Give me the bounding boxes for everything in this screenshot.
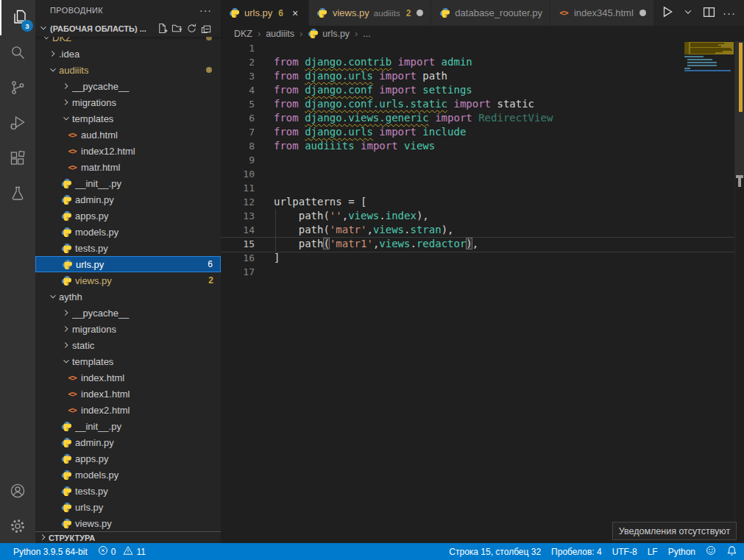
refresh-button[interactable]: [184, 22, 199, 35]
line-number[interactable]: 13: [221, 209, 265, 223]
line-number[interactable]: 8: [221, 139, 265, 153]
line-number[interactable]: 17: [221, 265, 265, 279]
tree-file-urlspy[interactable]: urls.py: [35, 499, 221, 515]
tree-file-index12html[interactable]: <>index12.html: [35, 143, 221, 159]
tree-file-adminpy[interactable]: admin.py: [35, 191, 221, 208]
activity-item-settings[interactable]: [0, 509, 35, 545]
tree-file-audhtml[interactable]: <>aud.html: [35, 127, 221, 143]
breadcrumb-item-audiiits[interactable]: audiiits: [266, 29, 294, 39]
tree-file-modelspy[interactable]: models.py: [35, 224, 221, 240]
notifications-bell-button[interactable]: [721, 545, 743, 559]
editor-gutter[interactable]: 1234567891011121314151617: [221, 41, 265, 279]
code-line-9: [274, 153, 553, 167]
breadcrumb-item-[interactable]: ...: [363, 29, 370, 39]
tree-folder-aythh[interactable]: aythh: [35, 288, 221, 305]
tree-file-matrhtml[interactable]: <>matr.html: [35, 159, 221, 175]
activity-item-search[interactable]: [0, 35, 35, 71]
tree-file-index1html[interactable]: <>index1.html: [35, 386, 221, 402]
minimap[interactable]: [684, 41, 734, 543]
line-number[interactable]: 14: [221, 223, 265, 237]
tree-folder-pycache[interactable]: __pycache__: [35, 305, 221, 321]
workspace-section-header[interactable]: (РАБОЧАЯ ОБЛАСТЬ) ...: [35, 21, 221, 37]
more-actions-button[interactable]: ···: [720, 4, 738, 22]
run-button[interactable]: [659, 4, 676, 22]
breadcrumb-item-urlspy[interactable]: urls.py: [308, 28, 350, 39]
tree-item-label: migrations: [72, 97, 221, 108]
activity-item-account[interactable]: [0, 474, 35, 509]
activity-item-explorer[interactable]: 3: [0, 0, 37, 35]
tree-folder-pycache[interactable]: __pycache__: [35, 78, 221, 94]
activity-item-source-control[interactable]: [0, 71, 35, 106]
tree-folder-templates[interactable]: templates: [35, 110, 221, 127]
code-editor[interactable]: 1234567891011121314151617 from django.co…: [221, 41, 744, 543]
new-folder-button[interactable]: [169, 22, 184, 35]
encoding-status[interactable]: UTF-8: [607, 547, 642, 557]
tree-item-label: urls.py: [75, 502, 221, 513]
chevron-right-icon: [47, 49, 59, 59]
tree-folder-migrations[interactable]: migrations: [35, 321, 221, 337]
tab-index345html[interactable]: <>index345.html: [550, 0, 654, 26]
line-number[interactable]: 5: [221, 97, 265, 111]
outline-section-header[interactable]: СТРУКТУРА: [35, 531, 221, 543]
tree-file-testspy[interactable]: tests.py: [35, 483, 221, 499]
tree-folder-migrations[interactable]: migrations: [35, 94, 221, 110]
run-icon: [661, 5, 674, 21]
line-number[interactable]: 12: [221, 195, 265, 209]
tree-file-indexhtml[interactable]: <>index.html: [35, 369, 221, 386]
tree-item-label: tests.py: [75, 243, 221, 254]
tree-file-appspy[interactable]: apps.py: [35, 450, 221, 467]
tree-item-label: apps.py: [75, 453, 221, 464]
sidebar-more-button[interactable]: ···: [199, 4, 212, 16]
editor-scrollbar[interactable]: [734, 41, 744, 543]
line-number[interactable]: 16: [221, 251, 265, 265]
feedback-button[interactable]: [701, 545, 721, 558]
eol-sequence-status[interactable]: LF: [642, 547, 663, 557]
new-file-button[interactable]: [155, 22, 169, 35]
line-number[interactable]: 10: [221, 167, 265, 181]
code-content[interactable]: from django.contrib import adminfrom dja…: [274, 41, 553, 279]
tree-file-index2html[interactable]: <>index2.html: [35, 402, 221, 418]
problems-status[interactable]: 011: [93, 545, 151, 558]
language-mode-status[interactable]: Python: [663, 547, 701, 557]
tab-urlspy[interactable]: urls.py6×: [221, 0, 309, 26]
tree-file-initpy[interactable]: __init__.py: [35, 175, 221, 191]
activity-item-extensions[interactable]: [0, 141, 35, 177]
indentation-status[interactable]: Пробелов: 4: [546, 547, 607, 557]
cursor-position-status[interactable]: Строка 15, столбец 32: [444, 547, 546, 557]
workspace-label: (РАБОЧАЯ ОБЛАСТЬ) ...: [50, 24, 155, 33]
run-dropdown-button[interactable]: [679, 4, 697, 22]
split-editor-button[interactable]: [700, 4, 718, 22]
line-number[interactable]: 9: [221, 153, 265, 167]
tree-file-initpy[interactable]: __init__.py: [35, 418, 221, 434]
line-number[interactable]: 11: [221, 181, 265, 195]
line-number[interactable]: 15: [221, 237, 265, 251]
breadcrumb-item-DKZ[interactable]: DKZ: [234, 29, 252, 39]
tree-file-urlspy[interactable]: urls.py6: [35, 256, 221, 272]
tree-file-modelspy[interactable]: models.py: [35, 467, 221, 483]
line-number[interactable]: 4: [221, 83, 265, 97]
collapse-all-button[interactable]: [199, 22, 213, 35]
tree-file-testspy[interactable]: tests.py: [35, 240, 221, 256]
tab-databaseroouterpy[interactable]: database_roouter.py: [431, 0, 550, 26]
line-number[interactable]: 6: [221, 111, 265, 125]
tree-folder-templates[interactable]: templates: [35, 353, 221, 369]
problems-badge: 6: [208, 259, 213, 269]
tree-folder-idea[interactable]: .idea: [35, 46, 221, 62]
line-number[interactable]: 2: [221, 55, 265, 69]
activity-item-run-debug[interactable]: [0, 106, 35, 141]
tab-viewspy[interactable]: views.pyaudiiits2: [309, 0, 431, 26]
tree-file-viewspy[interactable]: views.py2: [35, 272, 221, 288]
close-icon[interactable]: ×: [289, 7, 301, 19]
line-number[interactable]: 3: [221, 69, 265, 83]
python-interpreter-status[interactable]: Python 3.9.5 64-bit: [8, 547, 93, 557]
tree-folder-static[interactable]: static: [35, 337, 221, 353]
tree-folder-DKZ[interactable]: DKZ: [35, 35, 221, 46]
tree-file-appspy[interactable]: apps.py: [35, 208, 221, 224]
code-line-12: urlpatterns = [: [274, 195, 553, 209]
line-number[interactable]: 7: [221, 125, 265, 139]
tree-folder-audiiits[interactable]: audiiits: [35, 62, 221, 78]
line-number[interactable]: 1: [221, 41, 265, 55]
activity-item-testing[interactable]: [0, 177, 35, 212]
tree-file-adminpy[interactable]: admin.py: [35, 434, 221, 450]
tree-file-viewspy[interactable]: views.py: [35, 515, 221, 531]
